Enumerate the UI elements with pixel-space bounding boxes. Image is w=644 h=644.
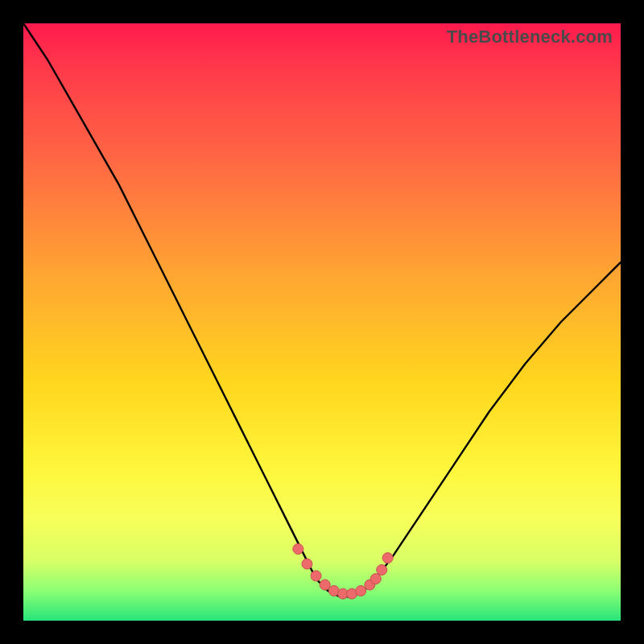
curve-layer xyxy=(23,23,621,621)
curve-marker xyxy=(370,574,381,584)
curve-marker xyxy=(377,564,387,575)
curve-marker xyxy=(356,585,366,596)
curve-marker xyxy=(311,571,321,581)
marker-group xyxy=(293,543,393,599)
chart-frame: TheBottleneck.com xyxy=(0,0,644,644)
curve-marker xyxy=(302,559,312,569)
bottleneck-curve xyxy=(23,23,621,597)
gradient-plot-area: TheBottleneck.com xyxy=(23,23,621,621)
curve-marker xyxy=(320,580,330,590)
curve-marker xyxy=(382,553,393,564)
curve-marker xyxy=(293,543,303,554)
